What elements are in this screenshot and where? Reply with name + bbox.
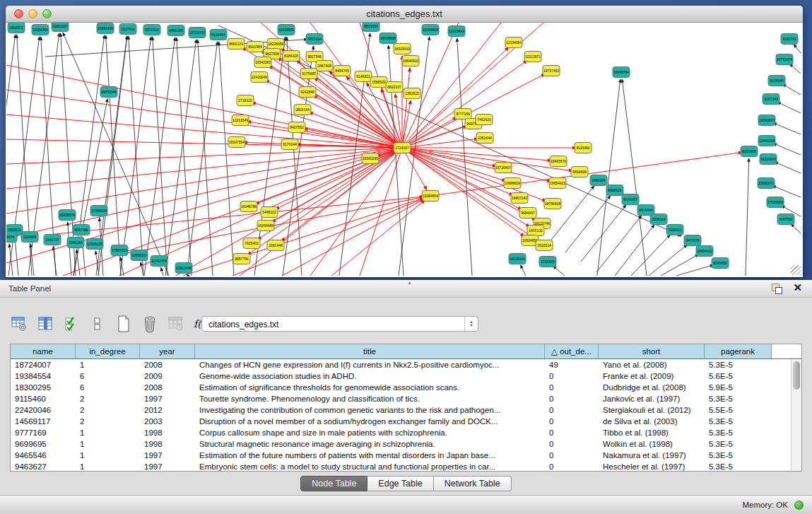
edge[interactable] — [176, 148, 402, 276]
graph-node[interactable]: 18640910 — [402, 56, 419, 66]
graph-node[interactable]: 12923448 — [175, 263, 192, 274]
graph-node[interactable]: 18300295 — [362, 153, 379, 164]
edge[interactable] — [622, 79, 647, 276]
graph-node[interactable]: 7857224 — [306, 34, 323, 45]
graph-node[interactable]: 1342737 — [44, 235, 61, 245]
table-row[interactable]: 1456911722003Disruption of a novel membe… — [11, 416, 791, 427]
graph-node[interactable]: 16033809 — [278, 25, 295, 35]
edge[interactable] — [773, 123, 801, 134]
graph-node[interactable]: 2803144 — [294, 105, 311, 115]
graph-node[interactable]: 19737493 — [543, 66, 560, 76]
table-row[interactable]: 969969511998Structural magnetic resonanc… — [11, 438, 791, 450]
edge[interactable] — [553, 266, 565, 276]
edge[interactable] — [676, 265, 713, 276]
edge[interactable] — [68, 222, 71, 276]
edge[interactable] — [120, 37, 151, 276]
edge[interactable] — [402, 23, 501, 148]
table-options-icon[interactable] — [10, 315, 28, 333]
graph-node[interactable]: 8813054 — [363, 23, 379, 32]
graph-node[interactable]: 14136141 — [509, 254, 526, 264]
select-columns-check-icon[interactable] — [62, 315, 81, 333]
graph-node[interactable]: 1724007 — [394, 143, 411, 153]
column-header-title[interactable]: title — [195, 344, 545, 359]
table-row[interactable]: 1872400712008Changes of HCN gene express… — [11, 359, 791, 370]
edge[interactable] — [219, 42, 234, 276]
graph-node[interactable]: 9699695 — [571, 167, 588, 177]
edge[interactable] — [791, 224, 801, 233]
graph-node[interactable]: 8130454 — [210, 30, 227, 40]
graph-node[interactable]: 17359928 — [90, 206, 107, 216]
graph-node[interactable]: 1527602 — [119, 24, 136, 35]
delete-table-icon[interactable] — [167, 315, 185, 333]
edge[interactable] — [661, 255, 698, 276]
graph-node[interactable]: 9777169 — [454, 109, 471, 119]
edge[interactable] — [631, 235, 670, 276]
graph-node[interactable]: 1181753 — [781, 34, 798, 45]
edge[interactable] — [615, 225, 654, 276]
graph-node[interactable]: 6466160 — [167, 25, 184, 36]
graph-node[interactable]: 16210643 — [760, 154, 777, 165]
graph-node[interactable]: 9129946 — [768, 76, 785, 86]
edge[interactable] — [6, 148, 402, 263]
graph-node[interactable]: 5498222 — [261, 207, 278, 218]
graph-node[interactable]: 10154808 — [422, 25, 439, 35]
edge[interactable] — [389, 45, 404, 276]
graph-node[interactable]: 2935114 — [650, 214, 667, 225]
graph-node[interactable]: 12505135 — [86, 239, 103, 250]
edge[interactable] — [746, 158, 749, 276]
table-row[interactable]: 946554611997Estimation of the future num… — [11, 450, 791, 461]
table-row[interactable]: 1830029562008Estimation of significance … — [11, 382, 791, 393]
graph-node[interactable]: 12215419 — [448, 26, 465, 37]
edge[interactable] — [649, 245, 687, 276]
graph-node[interactable]: 1640954 — [590, 175, 607, 186]
graph-node[interactable]: 15751074 — [776, 54, 793, 65]
graph-node[interactable]: 19218596 — [379, 33, 396, 44]
graph-node[interactable]: 8471676 — [684, 235, 701, 246]
table-row[interactable]: 911546021997Tourette syndrome. Phenomeno… — [11, 393, 791, 404]
edge[interactable] — [53, 247, 57, 276]
table-scrollbar[interactable] — [791, 359, 801, 471]
column-header-in-degree[interactable]: in_degree — [76, 344, 140, 359]
edge[interactable] — [6, 148, 402, 189]
graph-node[interactable]: 1815132 — [527, 226, 544, 236]
toggle-columns-icon[interactable] — [36, 315, 54, 333]
edge[interactable] — [106, 35, 121, 276]
edge[interactable] — [549, 186, 594, 243]
table-row[interactable]: 2242004622012Investigating the contribut… — [11, 404, 791, 416]
table-row[interactable]: 977716911998Corpus callosum shape and si… — [11, 427, 791, 438]
graph-node[interactable]: 12154081 — [505, 37, 522, 48]
graph-node[interactable]: 18756928 — [544, 199, 561, 209]
edge[interactable] — [790, 64, 801, 74]
edge[interactable] — [276, 148, 402, 209]
graph-node[interactable]: 12213349 — [232, 115, 249, 126]
edge[interactable] — [6, 148, 402, 214]
graph-node[interactable]: 9097588 — [73, 225, 90, 235]
graph-node[interactable]: 2522514 — [536, 240, 553, 251]
graph-node[interactable]: 12093872 — [758, 115, 775, 126]
graph-node[interactable]: 20053346 — [100, 87, 117, 98]
graph-node[interactable]: 15692971 — [758, 178, 775, 189]
graph-node[interactable]: 2867608 — [316, 61, 333, 71]
graph-node[interactable]: 18107554 — [228, 137, 245, 148]
graph-node[interactable]: 9175685 — [300, 69, 317, 79]
graph-node[interactable]: 393154 — [6, 232, 17, 243]
graph-node[interactable]: 8215958 — [741, 146, 758, 157]
edge[interactable] — [402, 23, 459, 148]
graph-node[interactable]: 8912954 — [247, 42, 264, 52]
edge[interactable] — [252, 103, 402, 148]
table-row[interactable]: 1938455462009Genome-wide association stu… — [11, 370, 791, 382]
graph-node[interactable]: 9170044 — [281, 139, 298, 150]
edge[interactable] — [76, 250, 80, 276]
edge[interactable] — [402, 148, 551, 160]
network-canvas[interactable]: 1724007193845541830029586601238912954182… — [6, 23, 802, 276]
graph-node[interactable]: 18226058 — [267, 39, 284, 49]
table-row[interactable]: 946362711997Embryonic stem cells: a mode… — [11, 461, 791, 471]
graph-node[interactable]: 12444194 — [758, 136, 775, 146]
graph-node[interactable]: 17016504 — [767, 197, 784, 208]
minimize-traffic-light[interactable] — [28, 9, 37, 18]
edge[interactable] — [777, 102, 801, 113]
column-header-year[interactable]: year — [140, 344, 195, 359]
graph-node[interactable]: 1733426 — [539, 257, 556, 267]
graph-node[interactable]: 11154360 — [32, 25, 49, 35]
network-graph[interactable]: 1724007193845541830029586601238912954182… — [6, 23, 802, 276]
